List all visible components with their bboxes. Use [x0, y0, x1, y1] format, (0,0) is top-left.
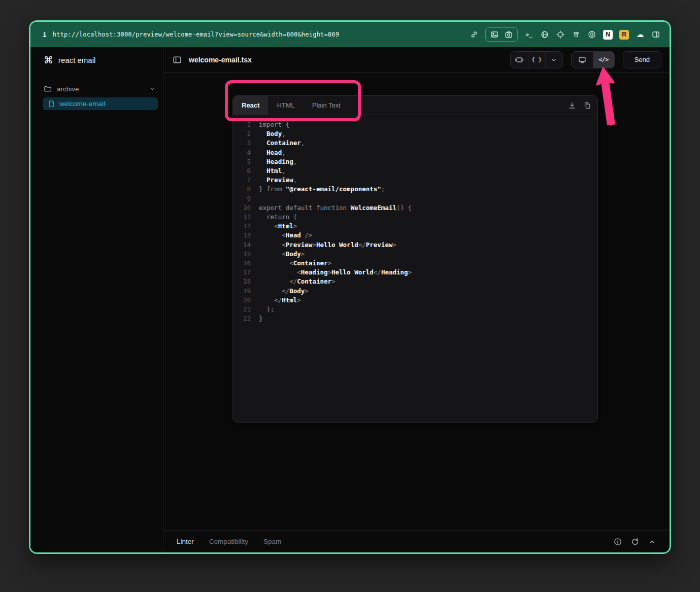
line-number: 7 [242, 176, 251, 185]
bottom-bar-actions [614, 538, 656, 546]
source-code-panel: React HTML Plain Text [232, 95, 598, 423]
sidebar-toggle-button[interactable] [173, 55, 182, 64]
line-number: 16 [242, 259, 251, 268]
info-icon: i [43, 31, 47, 39]
sidebar-folder-archive[interactable]: archive [30, 82, 163, 96]
r-extension-icon[interactable]: R [619, 30, 629, 40]
code-line: 14 <Preview>Hello World</Preview> [242, 240, 597, 250]
split-view-icon[interactable] [651, 30, 660, 39]
panel-tab-bar: React HTML Plain Text [233, 96, 597, 115]
download-icon[interactable] [568, 101, 576, 110]
code-area[interactable]: 1import {2 Body,3 Container,4 Head,5 Hea… [233, 115, 597, 422]
code-line: 12 <Html> [242, 222, 597, 231]
tab-plain-text[interactable]: Plain Text [304, 96, 349, 115]
url-text[interactable]: http://localhost:3000/preview/welcome-em… [53, 31, 339, 38]
line-number: 2 [242, 129, 251, 138]
code-line: 2 Body, [242, 129, 597, 138]
screenshot-icon[interactable] [490, 30, 499, 39]
viewport-size-button[interactable] [511, 52, 528, 68]
preview-mode-button[interactable] [572, 52, 593, 68]
main-area: welcome-email.tsx { } [163, 47, 670, 552]
code-line: 5 Heading, [242, 157, 597, 166]
sidebar-folder-label: archive [57, 85, 79, 93]
line-number: 18 [242, 277, 251, 286]
info-circle-icon[interactable] [614, 538, 622, 546]
globe-icon[interactable] [540, 30, 549, 39]
browser-window: i http://localhost:3000/preview/welcome-… [29, 20, 671, 554]
collapse-panel-icon[interactable] [648, 538, 656, 546]
refresh-icon[interactable] [631, 538, 639, 546]
capture-tools-group [485, 27, 518, 42]
cloud-icon[interactable]: ☁ [636, 30, 645, 39]
line-number: 11 [242, 213, 251, 222]
app-logo-row: ⌘ react email [30, 47, 163, 73]
view-mode-group: </> [571, 51, 615, 68]
line-number: 5 [242, 157, 251, 166]
tab-compatibility[interactable]: Compatibility [209, 538, 248, 545]
braces-button[interactable]: { } [528, 52, 545, 68]
main-header: welcome-email.tsx { } [163, 47, 670, 73]
browser-topbar: i http://localhost:3000/preview/welcome-… [30, 22, 670, 47]
code-line: 1import { [242, 120, 597, 129]
line-number: 14 [242, 240, 251, 250]
app-title: react email [58, 56, 95, 64]
browser-extension-bar: >_ N R [470, 27, 660, 42]
send-button[interactable]: Send [623, 51, 661, 68]
copy-icon[interactable] [583, 101, 591, 110]
code-line: 8} from "@react-email/components"; [242, 185, 597, 194]
code-line: 17 <Heading>Hello World</Heading> [242, 268, 597, 277]
line-number: 9 [242, 194, 251, 203]
line-number: 17 [242, 268, 251, 277]
code-line: 21 ); [242, 305, 597, 314]
code-line: 20 </Html> [242, 296, 597, 305]
tab-linter[interactable]: Linter [177, 538, 194, 545]
code-line: 6 Html, [242, 166, 597, 176]
header-actions: { } [510, 51, 661, 68]
line-number: 19 [242, 287, 251, 296]
code-line: 16 <Container> [242, 259, 597, 268]
content-area: React HTML Plain Text [163, 73, 670, 530]
code-line: 10export default function WelcomeEmail()… [242, 203, 597, 213]
circle-zero-icon[interactable] [587, 30, 596, 39]
code-icon: </> [598, 56, 609, 63]
code-line: 4 Head, [242, 148, 597, 157]
line-number: 1 [242, 120, 251, 129]
braces-icon: { } [531, 56, 542, 63]
viewport-dropdown-button[interactable] [545, 52, 562, 68]
code-line: 9 [242, 194, 597, 203]
viewport-controls-group: { } [510, 51, 563, 68]
line-number: 22 [242, 314, 251, 323]
paw-icon[interactable] [572, 30, 581, 39]
code-line: 15 <Body> [242, 250, 597, 259]
document-title: welcome-email.tsx [189, 56, 252, 64]
camera-icon[interactable] [504, 30, 513, 39]
sidebar-item-label: welcome-email [59, 100, 105, 108]
line-number: 6 [242, 166, 251, 176]
line-number: 8 [242, 185, 251, 194]
line-number: 4 [242, 148, 251, 157]
tab-spam[interactable]: Spam [263, 538, 281, 545]
sidebar-item-welcome-email[interactable]: welcome-email [43, 97, 158, 110]
code-line: 19 </Body> [242, 287, 597, 296]
code-line: 7 Preview, [242, 176, 597, 185]
code-line: 22} [242, 314, 597, 323]
bottom-bar: Linter Compatibility Spam [163, 530, 670, 552]
source-mode-button[interactable]: </> [593, 52, 614, 68]
code-line: 3 Container, [242, 138, 597, 148]
link-icon[interactable] [470, 30, 479, 39]
line-number: 20 [242, 296, 251, 305]
code-line: 18 </Container> [242, 277, 597, 286]
crosshair-icon[interactable] [556, 30, 565, 39]
terminal-icon[interactable]: >_ [524, 30, 534, 39]
line-number: 3 [242, 138, 251, 148]
line-number: 21 [242, 305, 251, 314]
code-line: 11 return ( [242, 213, 597, 222]
line-number: 10 [242, 203, 251, 213]
line-number: 15 [242, 250, 251, 259]
line-number: 13 [242, 231, 251, 240]
tab-react[interactable]: React [233, 96, 268, 115]
app-shell: ⌘ react email archive [30, 47, 670, 552]
notion-icon[interactable]: N [603, 30, 613, 40]
tab-html[interactable]: HTML [268, 96, 303, 115]
folder-icon [44, 85, 52, 93]
